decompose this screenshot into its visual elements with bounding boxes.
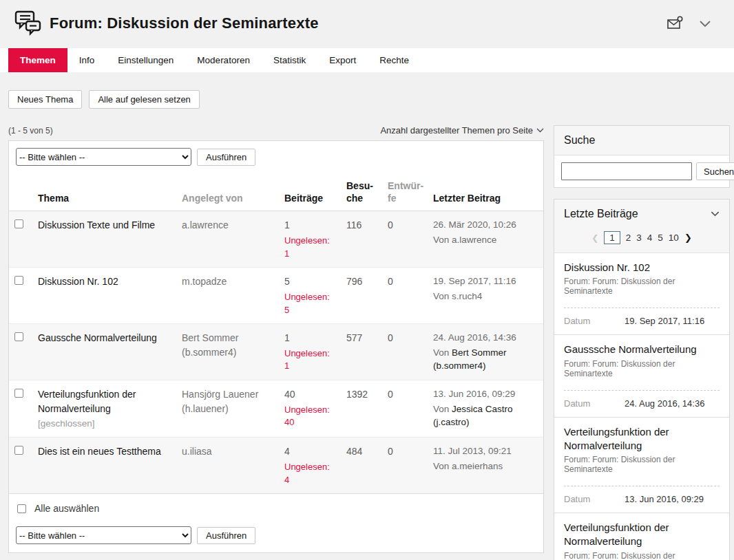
tab-statistik[interactable]: Statistik <box>262 48 317 72</box>
pagination-page-1[interactable]: 1 <box>604 231 620 244</box>
topic-author: a.lawrence <box>176 211 279 268</box>
per-page-dropdown[interactable]: Anzahl dargestellter Themen pro Seite <box>380 125 544 136</box>
bulk-action-select-top[interactable]: -- Bitte wählen -- <box>16 148 191 166</box>
select-all-checkbox[interactable] <box>17 504 26 513</box>
chevron-down-icon[interactable] <box>697 16 713 31</box>
new-topic-button[interactable]: Neues Thema <box>8 90 82 109</box>
pagination-page-10[interactable]: 10 <box>669 233 679 243</box>
latest-post-forum: Forum: Forum: Diskussion der Seminartext… <box>564 277 720 296</box>
von-label: Von <box>433 347 449 358</box>
topics-table: Thema Angelegt von Beiträge Besu-che Ent… <box>9 173 543 493</box>
search-input[interactable] <box>561 162 692 180</box>
row-checkbox[interactable] <box>14 332 23 341</box>
drafts-count: 0 <box>382 268 428 324</box>
latest-post-item: Verteilungsfunktion der Normalverteilung… <box>554 417 729 513</box>
visits-count: 484 <box>341 438 382 493</box>
visits-count: 796 <box>341 268 382 324</box>
topics-panel: -- Bitte wählen -- Ausführen Thema A <box>8 140 544 553</box>
visits-count: 116 <box>341 211 382 268</box>
collapse-chevron-icon[interactable] <box>711 211 720 217</box>
last-post-date: 26. Mär 2020, 10:26 <box>433 218 538 232</box>
row-checkbox[interactable] <box>14 219 23 228</box>
unread-link[interactable]: Ungelesen: 5 <box>284 291 335 317</box>
column-header-thema[interactable]: Thema <box>32 173 176 211</box>
row-checkbox[interactable] <box>14 389 23 398</box>
column-header-letzter-beitrag[interactable]: Letzter Beitrag <box>428 173 543 211</box>
topic-title-link[interactable]: Diskussion Texte und Filme <box>38 218 171 232</box>
posts-count: 4 <box>284 444 335 458</box>
drafts-count: 0 <box>382 324 428 380</box>
tab-themen[interactable]: Themen <box>8 48 67 72</box>
page-header: Forum: Diskussion der Seminartexte <box>0 0 734 44</box>
toolbar: Neues Thema Alle auf gelesen setzen <box>8 90 726 109</box>
topic-author: u.iliasa <box>176 438 279 493</box>
topic-title-link[interactable]: Verteilungsfunktion der Normalverteilung <box>38 387 171 416</box>
posts-count: 40 <box>284 387 335 401</box>
topic-title-link[interactable]: Dies ist ein neues Testthema <box>38 444 171 458</box>
last-post-author: a.meierhans <box>452 461 503 471</box>
latest-post-title-link[interactable]: Gausssche Normalverteilung <box>564 343 720 356</box>
von-label: Von <box>433 291 449 301</box>
tab-moderatoren[interactable]: Moderatoren <box>185 48 262 72</box>
pagination-prev-icon: ❮ <box>591 233 598 243</box>
result-range-top: (1 - 5 von 5) <box>8 126 53 136</box>
drafts-count: 0 <box>382 438 428 493</box>
von-label: Von <box>433 461 449 471</box>
topic-title-link[interactable]: Diskussion Nr. 102 <box>38 274 171 288</box>
unread-link[interactable]: Ungelesen: 1 <box>284 235 335 261</box>
latest-post-item: Gausssche Normalverteilung Forum: Forum:… <box>554 334 729 416</box>
latest-post-title-link[interactable]: Verteilungsfunktion der Normalverteilung <box>564 521 720 549</box>
table-row: Verteilungsfunktion der Normalverteilung… <box>9 380 543 438</box>
unread-link[interactable]: Ungelesen: 40 <box>284 404 335 430</box>
tab-export[interactable]: Export <box>317 48 368 72</box>
mail-notification-icon[interactable] <box>667 16 683 31</box>
latest-post-item: Verteilungsfunktion der Normalverteilung… <box>554 513 729 560</box>
column-header-entwuerfe[interactable]: Entwür-fe <box>382 173 428 211</box>
topic-author: Bert Sommer (b.sommer4) <box>176 324 279 380</box>
latest-post-forum: Forum: Forum: Diskussion der Seminartext… <box>564 359 720 378</box>
column-header-besuche[interactable]: Besu-che <box>341 173 382 211</box>
posts-count: 1 <box>284 218 335 232</box>
last-post-date: 19. Sep 2017, 11:16 <box>433 274 538 288</box>
page-title: Forum: Diskussion der Seminartexte <box>50 14 319 32</box>
posts-count: 1 <box>284 331 335 345</box>
latest-post-title-link[interactable]: Diskussion Nr. 102 <box>564 261 720 274</box>
table-row: Diskussion Texte und Filme a.lawrence 1 … <box>9 211 543 268</box>
search-panel: Suche Suchen <box>554 125 730 188</box>
topic-title-link[interactable]: Gaussche Normalverteilung <box>38 331 171 345</box>
drafts-count: 0 <box>382 211 428 268</box>
tab-info[interactable]: Info <box>67 48 107 72</box>
header-actions <box>667 16 723 31</box>
pagination-page-4[interactable]: 4 <box>647 233 653 243</box>
table-row: Diskussion Nr. 102 m.topadze 5 Ungelesen… <box>9 268 543 324</box>
column-header-angelegt-von[interactable]: Angelegt von <box>176 173 279 211</box>
column-header-beitraege[interactable]: Beiträge <box>279 173 341 211</box>
pagination-page-3[interactable]: 3 <box>636 233 642 243</box>
select-all-label: Alle auswählen <box>34 503 99 514</box>
row-checkbox[interactable] <box>14 446 23 455</box>
search-button[interactable]: Suchen <box>696 162 734 180</box>
execute-button-top[interactable]: Ausführen <box>197 149 255 166</box>
tab-rechte[interactable]: Rechte <box>368 48 421 72</box>
search-panel-title: Suche <box>564 134 595 147</box>
visits-count: 1392 <box>341 380 382 438</box>
pagination-next-icon[interactable]: ❯ <box>684 233 692 243</box>
row-checkbox[interactable] <box>14 276 23 285</box>
unread-link[interactable]: Ungelesen: 1 <box>284 347 335 374</box>
pagination-page-5[interactable]: 5 <box>658 233 663 243</box>
visits-count: 577 <box>341 324 382 380</box>
latest-post-title-link[interactable]: Verteilungsfunktion der Normalverteilung <box>564 425 720 453</box>
execute-button-bottom[interactable]: Ausführen <box>197 527 255 544</box>
topic-status: [geschlossen] <box>38 417 171 431</box>
bulk-action-select-bottom[interactable]: -- Bitte wählen -- <box>16 526 191 544</box>
per-page-label: Anzahl dargestellter Themen pro Seite <box>380 125 533 136</box>
tab-einstellungen[interactable]: Einstellungen <box>106 48 185 72</box>
mark-all-read-button[interactable]: Alle auf gelesen setzen <box>89 90 199 109</box>
topic-author: Hansjörg Lauener (h.lauener) <box>176 380 279 438</box>
date-label: Datum <box>564 494 625 504</box>
pagination-page-2[interactable]: 2 <box>626 233 631 243</box>
last-post-author: a.lawrence <box>452 235 496 245</box>
date-label: Datum <box>564 398 625 409</box>
unread-link[interactable]: Ungelesen: 4 <box>284 461 335 487</box>
date-label: Datum <box>564 316 625 326</box>
